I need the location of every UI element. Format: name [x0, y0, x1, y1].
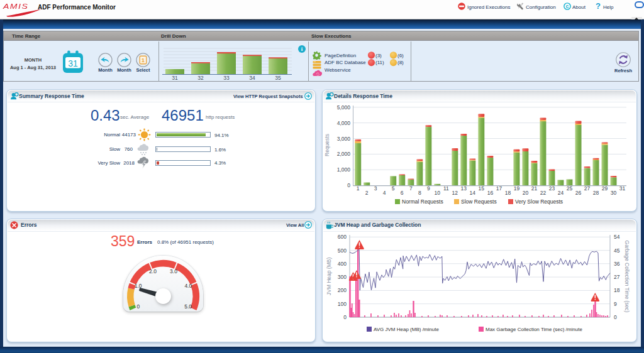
svg-text:11: 11 — [443, 185, 449, 192]
svg-text:23: 23 — [549, 185, 555, 192]
svg-text:18: 18 — [614, 287, 620, 293]
svg-text:Requests: Requests — [324, 134, 330, 156]
svg-text:9: 9 — [427, 185, 430, 192]
svg-text:Slow Requests: Slow Requests — [461, 198, 497, 205]
svg-text:14: 14 — [470, 190, 476, 196]
svg-text:31: 31 — [619, 185, 626, 192]
svg-text:29: 29 — [602, 185, 608, 192]
svg-text:0: 0 — [614, 314, 617, 320]
svg-text:600: 600 — [338, 234, 347, 240]
svg-text:28: 28 — [593, 190, 599, 196]
svg-text:31: 31 — [172, 75, 178, 81]
svg-text:3.0: 3.0 — [170, 268, 177, 274]
svg-text:54: 54 — [614, 234, 620, 240]
svg-text:100: 100 — [338, 301, 347, 307]
svg-text:20: 20 — [523, 190, 529, 196]
svg-text:18: 18 — [505, 190, 511, 196]
svg-text:25: 25 — [567, 185, 573, 192]
svg-text:400: 400 — [338, 261, 347, 267]
svg-text:1: 1 — [357, 185, 360, 192]
svg-text:Very Slow Requests: Very Slow Requests — [515, 198, 563, 205]
svg-text:3,000: 3,000 — [337, 136, 351, 142]
svg-text:300: 300 — [338, 274, 347, 280]
svg-text:5.0: 5.0 — [184, 303, 192, 310]
svg-text:27: 27 — [584, 185, 591, 192]
svg-text:21: 21 — [531, 185, 538, 192]
svg-text:9: 9 — [614, 301, 617, 307]
svg-text:45: 45 — [614, 247, 620, 254]
svg-text:12: 12 — [452, 190, 458, 196]
svg-text:24: 24 — [558, 190, 564, 196]
svg-text:0: 0 — [137, 303, 140, 310]
svg-text:5: 5 — [392, 185, 395, 192]
svg-text:10: 10 — [435, 190, 441, 196]
svg-text:0: 0 — [347, 182, 350, 188]
svg-text:13: 13 — [461, 185, 467, 192]
svg-text:200: 200 — [338, 287, 347, 293]
svg-text:17: 17 — [496, 185, 502, 192]
svg-text:26: 26 — [575, 190, 582, 196]
svg-text:0: 0 — [343, 314, 347, 320]
svg-text:Max Garbage Collection Time (s: Max Garbage Collection Time (sec) /minut… — [486, 327, 582, 332]
svg-text:22: 22 — [540, 190, 547, 196]
svg-text:34: 34 — [249, 75, 255, 81]
svg-text:5,000: 5,000 — [337, 104, 351, 111]
svg-text:Normal Requests: Normal Requests — [402, 198, 443, 205]
svg-text:1: 1 — [142, 57, 145, 63]
svg-text:4: 4 — [383, 190, 386, 196]
svg-text:6: 6 — [401, 190, 404, 196]
svg-text:30: 30 — [611, 190, 617, 196]
svg-text:AVG JVM Heap (MB) /minute: AVG JVM Heap (MB) /minute — [374, 327, 439, 332]
svg-text:8: 8 — [418, 190, 421, 196]
svg-text:35: 35 — [275, 75, 281, 81]
svg-text:2: 2 — [365, 190, 369, 196]
svg-text:1,000: 1,000 — [337, 166, 351, 173]
svg-text:31: 31 — [68, 58, 78, 68]
svg-text:4.0: 4.0 — [184, 283, 192, 289]
svg-text:2.0: 2.0 — [149, 268, 157, 274]
svg-text:4,000: 4,000 — [337, 120, 351, 126]
svg-text:JVM Heap (MB): JVM Heap (MB) — [326, 258, 332, 296]
svg-text:36: 36 — [614, 261, 620, 267]
svg-text:27: 27 — [614, 274, 620, 280]
svg-text:2,000: 2,000 — [337, 151, 351, 157]
svg-text:32: 32 — [197, 75, 204, 81]
svg-text:19: 19 — [514, 185, 520, 192]
svg-text:3: 3 — [374, 185, 377, 192]
svg-text:16: 16 — [487, 190, 494, 196]
svg-text:33: 33 — [223, 75, 230, 81]
svg-text:7: 7 — [409, 185, 413, 192]
svg-text:c: c — [566, 3, 569, 9]
svg-text:Garbage Collection Time (sec): Garbage Collection Time (sec) — [624, 241, 630, 313]
svg-text:500: 500 — [338, 247, 347, 254]
svg-text:15: 15 — [479, 185, 485, 192]
